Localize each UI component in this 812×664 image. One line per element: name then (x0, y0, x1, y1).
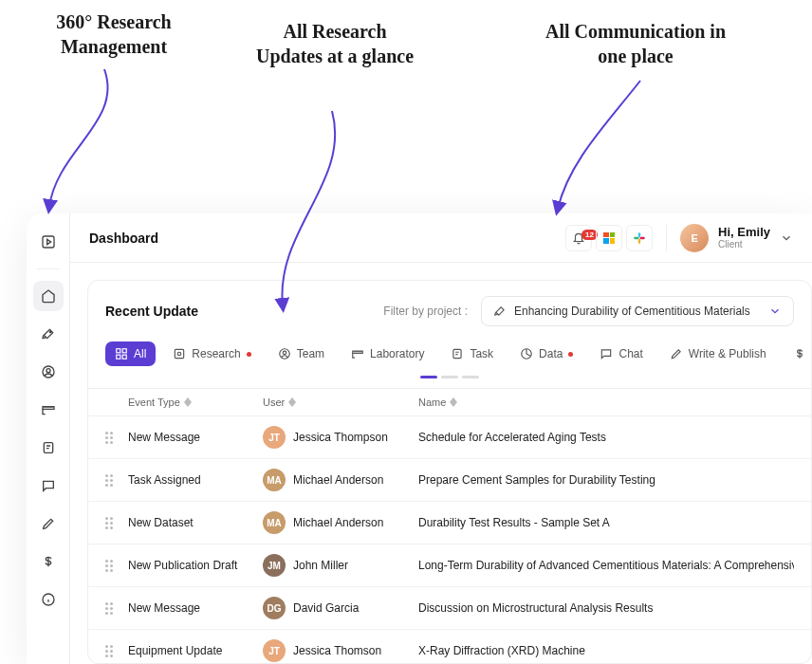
user-role: Client (718, 239, 770, 249)
ruler-icon (41, 402, 56, 417)
svg-point-17 (283, 351, 286, 355)
cell-name: Discussion on Microstructural Analysis R… (418, 601, 794, 615)
chevron-down-icon (768, 304, 782, 318)
unread-dot (247, 352, 251, 357)
tab-chat[interactable]: Chat (590, 341, 652, 366)
sidebar-info[interactable] (33, 584, 64, 615)
cell-name: Long-Term Durability of Advanced Cementi… (418, 559, 794, 572)
tab-data[interactable]: Data (510, 341, 582, 366)
table-row[interactable]: Equipment UpdateJTJessica ThomsonX-Ray D… (88, 629, 811, 664)
sidebar-task[interactable] (33, 433, 64, 463)
notifications-button[interactable]: 12 (565, 225, 592, 251)
user-circle-icon (41, 364, 56, 379)
sidebar-logo[interactable] (33, 227, 64, 257)
tab-finan[interactable]: Finan (784, 341, 811, 366)
main: Dashboard 12 (70, 213, 812, 664)
tab-laboratory[interactable]: Laboratory (341, 341, 434, 366)
sidebar-rocket[interactable] (33, 319, 64, 349)
sort-icon (184, 397, 192, 407)
table-header: Event Type User Name (88, 388, 811, 415)
svg-rect-7 (634, 236, 638, 238)
tab-team[interactable]: Team (268, 341, 334, 366)
note-icon (41, 440, 56, 455)
cell-user: MAMichael Anderson (263, 511, 418, 534)
cell-event-type: New Message (128, 431, 263, 444)
tab-label: Task (470, 347, 493, 360)
tab-all[interactable]: All (105, 341, 156, 366)
drag-handle[interactable] (105, 432, 128, 444)
drag-handle[interactable] (105, 602, 128, 615)
annotation-research-mgmt: 360° Research Management (38, 9, 190, 59)
avatar: MA (263, 511, 286, 534)
user-menu[interactable]: E Hi, Emily Client (680, 224, 793, 252)
cell-event-type: Task Assigned (128, 473, 263, 487)
user-greeting: Hi, Emily (718, 226, 770, 239)
sidebar (27, 213, 70, 664)
column-user[interactable]: User (263, 397, 418, 408)
tab-label: Data (539, 347, 563, 360)
panel-title: Recent Update (105, 304, 198, 319)
cell-name: X-Ray Diffraction (XRD) Machine (418, 644, 794, 657)
column-name[interactable]: Name (418, 397, 794, 408)
chat-icon (41, 478, 56, 493)
table-body: New MessageJTJessica ThompsonSchedule fo… (88, 415, 811, 664)
svg-rect-9 (640, 236, 645, 238)
header: Dashboard 12 (70, 213, 812, 263)
column-event-type[interactable]: Event Type (128, 397, 263, 408)
svg-rect-10 (117, 349, 120, 353)
tab-label: All (134, 347, 146, 360)
sidebar-finance[interactable] (33, 546, 64, 577)
tab-label: Laboratory (370, 347, 424, 360)
table-row[interactable]: New MessageDGDavid GarciaDiscussion on M… (88, 586, 811, 629)
annotation-updates: All Research Updates at a glance (254, 19, 415, 68)
cell-user: JTJessica Thomson (263, 639, 418, 662)
cell-name: Durability Test Results - Sample Set A (418, 516, 794, 529)
svg-rect-13 (122, 355, 126, 359)
avatar: DG (263, 597, 286, 619)
microsoft-icon (603, 232, 615, 244)
avatar: JT (263, 639, 286, 662)
microsoft-button[interactable] (596, 225, 622, 251)
sidebar-chat[interactable] (33, 470, 64, 501)
cell-event-type: New Dataset (128, 516, 263, 529)
arrow-3 (550, 76, 664, 218)
svg-rect-12 (117, 355, 120, 359)
svg-rect-11 (122, 349, 126, 353)
table-row[interactable]: New MessageJTJessica ThompsonSchedule fo… (88, 415, 811, 458)
sidebar-home[interactable] (33, 281, 64, 311)
recent-update-panel: Recent Update Filter by project : Enhanc… (87, 280, 812, 664)
tab-task[interactable]: Task (441, 341, 503, 366)
svg-point-15 (178, 352, 182, 356)
tab-write-publish[interactable]: Write & Publish (660, 341, 776, 366)
avatar: MA (263, 469, 286, 491)
tab-label: Chat (618, 347, 642, 360)
header-icons: 12 (565, 225, 653, 251)
cell-user: JMJohn Miller (263, 554, 418, 577)
app-shell: Dashboard 12 (27, 213, 812, 664)
rocket-icon (41, 326, 56, 341)
project-filter-select[interactable]: Enhancing Durability of Cementitious Mat… (481, 296, 794, 326)
table-row[interactable]: New DatasetMAMichael AndersonDurability … (88, 501, 811, 544)
cell-user: JTJessica Thompson (263, 426, 418, 449)
tab-research[interactable]: Research (163, 341, 260, 366)
tabs-page-indicator (88, 376, 811, 388)
drag-handle[interactable] (105, 474, 128, 487)
svg-rect-0 (43, 236, 54, 248)
svg-rect-8 (638, 238, 640, 243)
sidebar-write[interactable] (33, 508, 64, 539)
sort-icon (450, 397, 457, 407)
cell-user: DGDavid Garcia (263, 597, 418, 619)
sidebar-lab[interactable] (33, 395, 64, 425)
slack-button[interactable] (626, 225, 653, 251)
cell-event-type: New Message (128, 601, 263, 615)
selected-project: Enhancing Durability of Cementitious Mat… (514, 304, 761, 318)
avatar: JT (263, 426, 286, 449)
drag-handle[interactable] (105, 560, 128, 572)
table-row[interactable]: Task AssignedMAMichael AndersonPrepare C… (88, 458, 811, 501)
sidebar-team[interactable] (33, 357, 64, 387)
content: Recent Update Filter by project : Enhanc… (70, 263, 812, 664)
drag-handle[interactable] (105, 645, 128, 657)
table-row[interactable]: New Publication DraftJMJohn MillerLong-T… (88, 544, 811, 586)
avatar: E (680, 224, 709, 252)
drag-handle[interactable] (105, 517, 128, 529)
